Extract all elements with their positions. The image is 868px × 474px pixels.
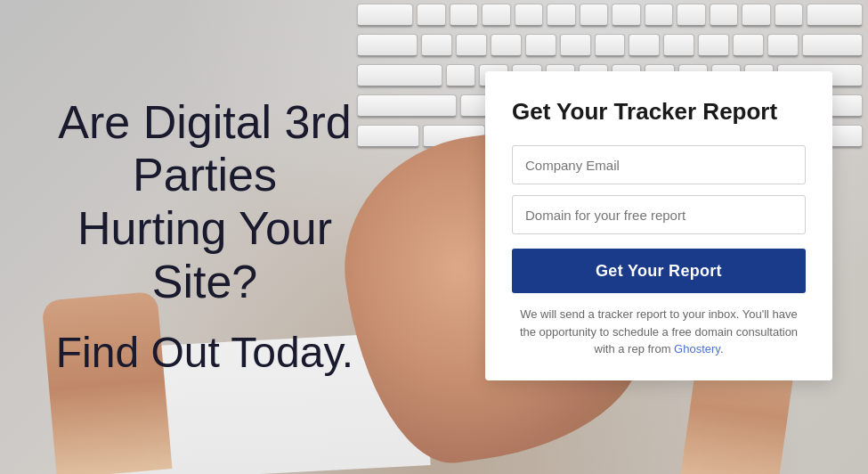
submit-button[interactable]: Get Your Report — [512, 249, 806, 293]
sub-headline: Find Out Today. — [53, 327, 356, 379]
disclaimer-period: . — [720, 342, 724, 356]
form-card: Get Your Tracker Report Get Your Report … — [485, 71, 832, 380]
left-content: Are Digital 3rd Parties Hurting Your Sit… — [0, 0, 401, 474]
disclaimer-body: We will send a tracker report to your in… — [520, 307, 798, 356]
disclaimer-text: We will send a tracker report to your in… — [512, 306, 806, 358]
main-headline: Are Digital 3rd Parties Hurting Your Sit… — [53, 96, 356, 309]
domain-input[interactable] — [512, 195, 806, 234]
email-input[interactable] — [512, 145, 806, 184]
ghostery-link[interactable]: Ghostery — [674, 342, 720, 356]
form-title: Get Your Tracker Report — [512, 98, 806, 126]
